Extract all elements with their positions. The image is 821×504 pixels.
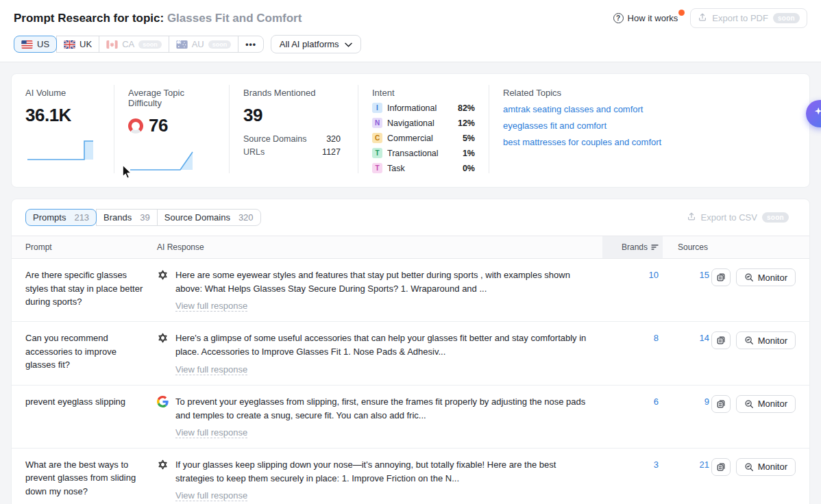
ai-response-text: If your glasses keep slipping down your …	[175, 458, 590, 486]
soon-badge: soon	[138, 40, 162, 49]
monitor-button[interactable]: Monitor	[736, 458, 796, 476]
sources-count-link[interactable]: 14	[700, 333, 709, 343]
topic-difficulty-value: 76	[149, 115, 168, 136]
tab-brands[interactable]: Brands 39	[96, 209, 158, 226]
google-icon	[157, 396, 169, 407]
source-domains-stat: Source Domains 320	[243, 134, 341, 144]
column-header-ai-response[interactable]: AI Response	[157, 236, 606, 258]
view-full-response-link[interactable]: View full response	[175, 301, 247, 312]
source-domains-value: 320	[326, 134, 341, 144]
intent-row-task: T Task 0%	[372, 163, 475, 173]
sort-icon	[651, 242, 659, 252]
table-row: prevent eyeglass slipping To prevent you…	[12, 386, 809, 449]
question-icon: ?	[613, 13, 624, 23]
sources-count-link[interactable]: 15	[700, 270, 709, 280]
copy-response-button[interactable]	[711, 331, 731, 349]
country-tabs: US UK CA soon AU soon •••	[14, 36, 264, 53]
overview-stats-card: AI Volume 36.1K Average Topic Difficulty…	[11, 73, 810, 188]
related-topic-link[interactable]: eyeglasses fit and comfort	[503, 121, 681, 131]
urls-value: 1127	[322, 147, 341, 157]
how-it-works-label: How it works	[628, 13, 678, 23]
chevron-down-icon	[345, 39, 352, 49]
transactional-badge-icon: T	[372, 148, 382, 158]
chatgpt-icon	[157, 269, 169, 281]
export-csv-button[interactable]: Export to CSV soon	[680, 208, 796, 227]
how-it-works-link[interactable]: ? How it works	[613, 13, 678, 23]
brands-count-link[interactable]: 6	[654, 396, 659, 407]
column-header-brands[interactable]: Brands	[602, 236, 663, 258]
view-full-response-link[interactable]: View full response	[175, 490, 247, 501]
difficulty-sparkline	[128, 147, 199, 173]
brands-mentioned-value: 39	[243, 105, 344, 126]
column-header-sources[interactable]: Sources	[659, 236, 709, 258]
informational-badge-icon: I	[372, 103, 382, 113]
monitor-button[interactable]: Monitor	[736, 331, 796, 349]
tab-source-domains-count: 320	[238, 212, 254, 223]
brands-mentioned-stat: Brands Mentioned 39 Source Domains 320 U…	[230, 85, 358, 173]
brands-mentioned-label: Brands Mentioned	[243, 88, 344, 98]
prompts-table-card: Prompts 213 Brands 39 Source Domains 320…	[11, 199, 810, 504]
navigational-badge-icon: N	[372, 118, 382, 128]
related-topic-link[interactable]: best mattresses for couples and comfort	[503, 137, 681, 147]
view-full-response-link[interactable]: View full response	[175, 364, 247, 375]
country-label: CA	[122, 39, 134, 49]
more-countries-button[interactable]: •••	[238, 36, 264, 53]
ai-volume-value: 36.1K	[25, 105, 100, 126]
sources-count-link[interactable]: 21	[700, 459, 709, 470]
us-flag-icon	[21, 40, 33, 49]
country-tab-us[interactable]: US	[14, 36, 57, 53]
ai-response-text: Here's a glimpse of some useful accessor…	[175, 331, 590, 359]
ellipsis-icon: •••	[245, 40, 256, 49]
monitor-button[interactable]: Monitor	[736, 268, 796, 286]
table-row: What are the best ways to prevent glasse…	[12, 449, 809, 504]
country-label: US	[37, 39, 49, 49]
topic-difficulty-stat: Average Topic Difficulty 76	[114, 85, 230, 173]
copy-response-button[interactable]	[711, 458, 731, 476]
topic-name: Glasses Fit and Comfort	[167, 12, 302, 25]
country-label: UK	[79, 39, 92, 49]
monitor-button[interactable]: Monitor	[736, 395, 796, 413]
tab-source-domains[interactable]: Source Domains 320	[157, 209, 261, 226]
chatgpt-icon	[157, 459, 169, 470]
upload-icon	[687, 212, 696, 223]
view-full-response-link[interactable]: View full response	[175, 427, 247, 438]
task-badge-icon: T	[372, 163, 382, 173]
chatgpt-icon	[157, 332, 169, 344]
difficulty-gauge-icon	[128, 118, 143, 134]
brands-count-link[interactable]: 8	[654, 333, 659, 343]
source-domains-label: Source Domains	[243, 134, 306, 144]
tab-prompts-count: 213	[74, 212, 89, 223]
page-title-prefix: Prompt Research for topic:	[14, 12, 164, 25]
ca-flag-icon	[106, 40, 118, 49]
brands-count-link[interactable]: 10	[649, 270, 659, 280]
intent-row-commercial: C Commercial 5%	[372, 133, 475, 143]
intent-row-informational: I Informational 82%	[372, 103, 475, 113]
copy-response-button[interactable]	[711, 268, 731, 286]
export-pdf-button[interactable]: Export to PDF soon	[690, 8, 807, 28]
related-topics-label: Related Topics	[503, 88, 681, 98]
intent-stat: Intent I Informational 82% N Navigationa…	[358, 85, 489, 173]
country-label: AU	[192, 39, 204, 49]
prompt-text: prevent eyeglass slipping	[25, 395, 157, 409]
country-tab-uk[interactable]: UK	[56, 36, 99, 53]
country-tab-au[interactable]: AU soon	[169, 36, 239, 53]
copy-response-button[interactable]	[711, 395, 731, 413]
country-tab-ca[interactable]: CA soon	[99, 36, 169, 53]
prompt-text: What are the best ways to prevent glasse…	[25, 458, 157, 499]
ai-volume-stat: AI Volume 36.1K	[12, 85, 114, 173]
related-topic-link[interactable]: amtrak seating classes and comfort	[503, 104, 681, 114]
column-header-prompt[interactable]: Prompt	[25, 236, 157, 258]
sources-count-link[interactable]: 9	[704, 396, 709, 407]
topic-difficulty-label: Average Topic Difficulty	[128, 88, 215, 108]
ai-platform-dropdown[interactable]: All AI platforms	[271, 35, 361, 53]
tab-prompts[interactable]: Prompts 213	[25, 209, 97, 226]
prompt-text: Can you recommend accessories to improve…	[25, 331, 157, 372]
table-header-row: Prompt AI Response Brands Sources	[12, 236, 809, 259]
sparkle-icon	[813, 106, 821, 121]
tab-brands-count: 39	[140, 212, 149, 223]
ai-response-text: To prevent your eyeglasses from slipping…	[175, 395, 590, 423]
brands-count-link[interactable]: 3	[654, 459, 659, 470]
intent-label: Intent	[372, 88, 475, 98]
ai-platform-dropdown-value: All AI platforms	[280, 39, 339, 49]
ai-volume-label: AI Volume	[25, 88, 100, 98]
